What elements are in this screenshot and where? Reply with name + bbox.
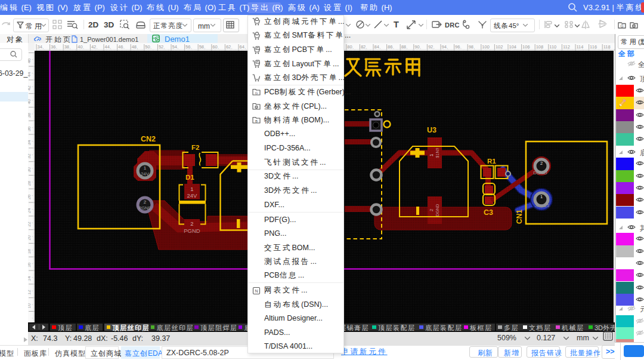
svg-text:PGND: PGND: [184, 227, 200, 234]
svg-text:1: 1: [190, 186, 193, 192]
svg-text:50: 50: [145, 44, 150, 50]
svg-text:C3: C3: [484, 208, 493, 217]
svg-text:28: 28: [28, 181, 32, 186]
svg-text:F2: F2: [191, 144, 199, 151]
svg-text:14: 14: [28, 276, 32, 281]
svg-text:80: 80: [347, 44, 352, 50]
svg-text:102: 102: [496, 44, 503, 50]
svg-text:48: 48: [132, 44, 137, 50]
svg-text:84: 84: [374, 44, 379, 50]
svg-text:118: 118: [603, 44, 611, 50]
svg-text:CN1: CN1: [515, 210, 524, 224]
svg-text:B: B: [255, 119, 258, 123]
svg-text:40: 40: [28, 99, 32, 104]
svg-text:38: 38: [64, 44, 69, 50]
svg-text:108: 108: [536, 44, 544, 50]
svg-text:82: 82: [361, 44, 366, 50]
svg-text:CN2: CN2: [141, 135, 156, 143]
svg-text:30: 30: [28, 167, 32, 172]
svg-text:G: G: [255, 91, 258, 95]
svg-text:110: 110: [549, 44, 556, 50]
svg-text:112: 112: [563, 44, 570, 50]
svg-text:106: 106: [522, 44, 530, 50]
svg-text:24V: 24V: [187, 192, 198, 199]
svg-text:114: 114: [577, 44, 584, 50]
svg-text:42: 42: [91, 44, 96, 50]
svg-text:92: 92: [428, 44, 433, 50]
svg-text:22: 22: [28, 221, 32, 226]
svg-text:2: 2: [540, 161, 543, 166]
svg-text:56: 56: [185, 44, 190, 50]
svg-text:36: 36: [51, 44, 55, 50]
svg-text:100: 100: [482, 44, 490, 50]
svg-text:18: 18: [28, 249, 32, 254]
svg-text:44: 44: [28, 72, 32, 77]
svg-text:96: 96: [455, 44, 460, 50]
svg-text:PGND: PGND: [138, 205, 151, 211]
svg-text:40: 40: [78, 44, 82, 50]
svg-text:52: 52: [159, 44, 163, 50]
svg-text:60: 60: [212, 44, 217, 50]
svg-text:1: 1: [540, 194, 543, 199]
svg-text:24V: 24V: [141, 171, 150, 177]
svg-text:38: 38: [28, 113, 32, 118]
svg-text:88: 88: [401, 44, 406, 50]
svg-text:1: 1: [429, 154, 434, 156]
svg-text:N: N: [255, 289, 258, 293]
svg-text:58: 58: [199, 44, 204, 50]
svg-text:54: 54: [172, 44, 177, 50]
svg-text:16: 16: [28, 263, 32, 267]
svg-text:2: 2: [429, 209, 434, 211]
svg-text:2: 2: [144, 199, 147, 205]
svg-text:G: G: [620, 24, 623, 28]
svg-text:$1N9: $1N9: [435, 148, 439, 158]
svg-text:94: 94: [442, 44, 447, 50]
svg-text:104: 104: [509, 44, 517, 50]
svg-text:34: 34: [38, 44, 42, 50]
svg-text:D1: D1: [185, 174, 194, 181]
svg-text:U3: U3: [427, 126, 436, 134]
svg-text:90: 90: [414, 44, 419, 50]
svg-text:10: 10: [28, 303, 32, 308]
svg-text:26: 26: [28, 195, 32, 199]
svg-text:1: 1: [144, 165, 147, 171]
svg-text:62: 62: [226, 44, 231, 50]
svg-text:20: 20: [28, 235, 32, 240]
svg-text:64: 64: [240, 44, 244, 50]
svg-text:46: 46: [118, 44, 123, 50]
svg-text:X1N15: X1N15: [535, 203, 550, 208]
svg-text:12: 12: [28, 290, 32, 294]
svg-text:DGND: DGND: [533, 170, 547, 176]
svg-text:42: 42: [28, 85, 32, 90]
svg-text:24: 24: [28, 208, 32, 213]
svg-text:2: 2: [190, 220, 193, 227]
svg-text:116: 116: [590, 44, 597, 50]
svg-text:DGND: DGND: [435, 204, 439, 217]
svg-text:46: 46: [28, 59, 32, 63]
svg-text:86: 86: [388, 44, 392, 50]
svg-text:R1: R1: [487, 158, 496, 165]
svg-text:32: 32: [28, 153, 32, 158]
svg-text:98: 98: [469, 44, 473, 50]
svg-text:44: 44: [105, 44, 110, 50]
svg-text:34: 34: [28, 140, 32, 145]
svg-text:36: 36: [28, 127, 32, 131]
